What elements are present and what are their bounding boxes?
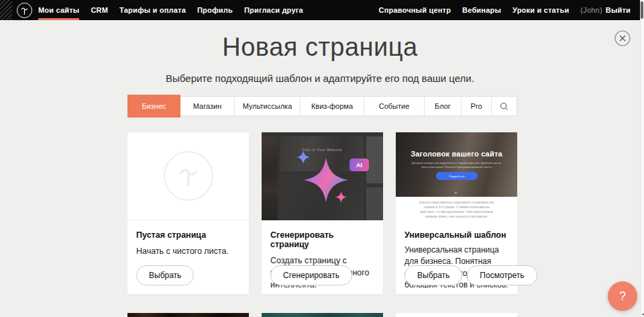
tab-business[interactable]: Бизнес (127, 95, 180, 118)
tilda-logo-icon[interactable] (17, 3, 32, 18)
tab-pro[interactable]: Pro (462, 97, 492, 116)
template-hero-subtext: Добавьте интересные подробности о вашей … (409, 161, 504, 170)
tab-multilink-label: Мультиссылка (243, 102, 292, 110)
tab-search[interactable] (492, 97, 517, 116)
tab-blog[interactable]: Блог (425, 97, 462, 116)
partial-card-1[interactable] (127, 313, 249, 317)
username-label: (John) (580, 6, 602, 14)
nav-invite-friend[interactable]: Пригласи друга (244, 0, 303, 20)
tab-quiz-form[interactable]: Квиз-форма (301, 97, 364, 116)
help-button[interactable]: ? (608, 281, 637, 311)
nav-tariffs-label: Тарифы и оплата (119, 6, 186, 14)
nav-my-sites[interactable]: Мои сайты (38, 0, 79, 20)
tab-quiz-form-label: Квиз-форма (311, 102, 353, 110)
card-title: Универсальный шаблон (405, 230, 508, 240)
card-description: Начать с чистого листа. (136, 245, 240, 257)
template-cta-button: Подробнее (436, 172, 478, 180)
choose-universal-button[interactable]: Выбрать (405, 265, 462, 285)
top-navigation-bar: Мои сайты CRM Тарифы и оплата Профиль Пр… (0, 0, 644, 20)
partial-card-3[interactable] (396, 313, 517, 317)
template-hero: Заголовок вашего сайта Добавьте интересн… (396, 132, 517, 197)
chevron-down-icon: ⌄ (453, 189, 458, 195)
logout-label: Выйти (606, 6, 631, 14)
nav-lessons-label: Уроки и статьи (513, 6, 569, 14)
top-nav-right: Справочный центр Вебинары Уроки и статьи… (379, 0, 631, 20)
universal-preview: Заголовок вашего сайта Добавьте интересн… (396, 132, 517, 220)
page-subtitle: Выберите подходящий шаблон и адаптируйте… (0, 73, 640, 84)
scrollbar-track[interactable]: ▾ (640, 0, 644, 317)
nav-crm-label: CRM (91, 6, 108, 14)
nav-help-center-label: Справочный центр (379, 6, 451, 14)
search-icon (500, 102, 508, 111)
nav-invite-friend-label: Пригласи друга (244, 6, 303, 14)
card-title: Пустая страница (136, 230, 240, 240)
card-body: Пустая страница Начать с чистого листа. (127, 220, 249, 257)
ai-preview: Title of Your Website (262, 132, 383, 220)
partial-card-2[interactable] (262, 313, 383, 317)
scrollbar-thumb[interactable] (641, 1, 643, 19)
tab-event-label: Событие (379, 102, 410, 110)
tab-multilink[interactable]: Мультиссылка (235, 97, 301, 116)
nav-logout[interactable]: (John) Выйти (580, 0, 631, 20)
nav-lessons[interactable]: Уроки и статьи (513, 0, 569, 20)
blank-page-preview (127, 132, 249, 220)
nav-crm[interactable]: CRM (91, 0, 108, 20)
question-icon: ? (619, 289, 626, 304)
nav-profile[interactable]: Профиль (197, 0, 233, 20)
card-blank-page[interactable]: Пустая страница Начать с чистого листа. … (127, 132, 249, 294)
generate-button[interactable]: Сгенерировать (270, 265, 352, 285)
card-ai-generate[interactable]: Title of Your Website (262, 132, 383, 294)
tab-blog-label: Блог (435, 102, 451, 110)
tab-event[interactable]: Событие (364, 97, 425, 116)
nav-webinars-label: Вебинары (462, 6, 501, 14)
tab-business-label: Бизнес (142, 102, 166, 110)
ai-badge: AI (350, 158, 369, 171)
edge-texture (0, 0, 12, 20)
card-universal-template[interactable]: Заголовок вашего сайта Добавьте интересн… (396, 132, 517, 294)
app-screen: Мои сайты CRM Тарифы и оплата Профиль Пр… (0, 0, 644, 317)
template-cards-row: Пустая страница Начать с чистого листа. … (127, 132, 517, 294)
template-paragraph: Коротко представьтесь и расскажите о ком… (416, 201, 497, 220)
tab-shop[interactable]: Магазин (180, 97, 235, 116)
nav-help-center[interactable]: Справочный центр (379, 0, 451, 20)
template-category-tabs: Бизнес Магазин Мультиссылка Квиз-форма С… (127, 96, 517, 116)
nav-webinars[interactable]: Вебинары (462, 0, 501, 20)
sparkle-pink-icon (335, 191, 347, 203)
view-universal-button[interactable]: Посмотреть (467, 265, 537, 285)
tab-pro-label: Pro (470, 102, 482, 110)
card-title: Сгенерировать страницу (270, 230, 374, 249)
tilda-watermark-icon (164, 151, 213, 201)
nav-my-sites-label: Мои сайты (38, 6, 79, 14)
page-title: Новая страница (0, 33, 640, 62)
nav-profile-label: Профиль (197, 6, 233, 14)
template-hero-heading: Заголовок вашего сайта (396, 150, 517, 158)
tab-shop-label: Магазин (193, 102, 221, 110)
nav-tariffs[interactable]: Тарифы и оплата (119, 0, 186, 20)
choose-blank-button[interactable]: Выбрать (136, 265, 194, 285)
